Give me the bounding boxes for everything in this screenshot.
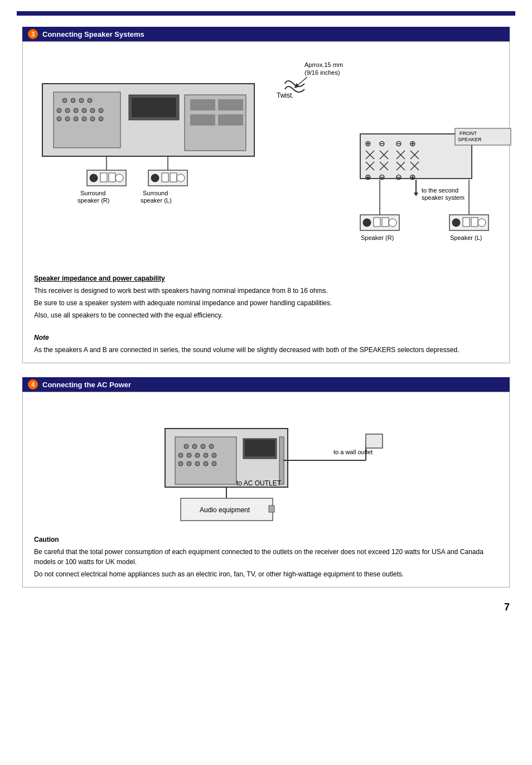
svg-point-14 xyxy=(74,117,78,121)
svg-text:to AC OUTLET: to AC OUTLET xyxy=(236,479,282,487)
section4-content: to a wall outlet to AC OUTLET Audio equi… xyxy=(22,392,510,588)
svg-text:FRONT: FRONT xyxy=(460,131,477,136)
svg-rect-83 xyxy=(471,218,478,227)
impedance-title: Speaker impedance and power capability xyxy=(34,275,165,282)
svg-text:speaker system: speaker system xyxy=(422,194,465,201)
svg-rect-77 xyxy=(382,218,389,227)
svg-point-94 xyxy=(192,444,197,449)
svg-text:⊖: ⊖ xyxy=(395,139,402,148)
section3-header: 3 Connecting Speaker Systems xyxy=(22,27,510,41)
section4-number: 4 xyxy=(28,379,38,389)
svg-rect-82 xyxy=(463,218,470,227)
svg-marker-70 xyxy=(414,193,418,196)
svg-point-8 xyxy=(74,108,78,113)
speaker-diagram-svg: Surround speaker (R) Surround speaker (L… xyxy=(31,50,522,273)
section3-content: Surround speaker (R) Surround speaker (L… xyxy=(22,41,510,363)
caution-text1: Be careful that the total power consumpt… xyxy=(34,547,498,567)
svg-point-13 xyxy=(65,117,70,121)
svg-rect-76 xyxy=(374,218,380,227)
svg-point-16 xyxy=(90,117,95,121)
svg-rect-108 xyxy=(245,440,275,456)
impedance-text1: This receiver is designed to work best w… xyxy=(34,286,498,296)
svg-text:Speaker (R): Speaker (R) xyxy=(361,234,394,241)
svg-text:Twist.: Twist. xyxy=(277,92,294,99)
section4-header: 4 Connecting the AC Power xyxy=(22,377,510,392)
section3-number: 3 xyxy=(28,29,38,39)
impedance-section: Speaker impedance and power capability T… xyxy=(31,273,501,355)
svg-point-15 xyxy=(82,117,86,121)
ac-diagram-svg: to a wall outlet to AC OUTLET Audio equi… xyxy=(31,401,522,535)
svg-rect-28 xyxy=(109,173,115,182)
svg-point-11 xyxy=(99,108,103,113)
svg-point-100 xyxy=(204,453,208,458)
svg-point-10 xyxy=(90,108,95,113)
svg-text:Speaker (L): Speaker (L) xyxy=(450,234,482,241)
svg-point-97 xyxy=(178,453,183,458)
svg-rect-118 xyxy=(269,506,274,512)
svg-text:Surround: Surround xyxy=(143,190,168,196)
svg-text:(9/16 inches): (9/16 inches) xyxy=(304,69,340,76)
svg-rect-21 xyxy=(190,99,215,110)
svg-text:speaker (R): speaker (R) xyxy=(78,197,109,204)
svg-text:Surround: Surround xyxy=(80,190,105,196)
svg-point-104 xyxy=(195,461,200,466)
svg-point-36 xyxy=(177,174,185,182)
svg-rect-92 xyxy=(175,437,236,484)
svg-text:⊕: ⊕ xyxy=(409,172,416,181)
svg-rect-23 xyxy=(190,114,215,126)
svg-rect-27 xyxy=(100,173,107,182)
svg-text:⊖: ⊖ xyxy=(395,172,402,181)
svg-text:⊕: ⊕ xyxy=(365,172,371,181)
impedance-text2: Be sure to use a speaker system with ade… xyxy=(34,298,498,308)
svg-point-103 xyxy=(187,461,191,466)
section4-wrapper: 4 Connecting the AC Power xyxy=(22,377,510,588)
svg-point-75 xyxy=(363,219,371,227)
top-bar xyxy=(17,11,515,16)
svg-text:Audio equipment: Audio equipment xyxy=(200,506,250,514)
svg-point-84 xyxy=(478,219,486,227)
svg-point-7 xyxy=(65,108,70,113)
impedance-text3: Also, use all speakers to be connected w… xyxy=(34,310,498,320)
svg-text:Aprrox.15 mm: Aprrox.15 mm xyxy=(304,61,343,68)
svg-text:to the second: to the second xyxy=(422,187,458,194)
section3-wrapper: 3 Connecting Speaker Systems xyxy=(22,27,510,363)
svg-point-99 xyxy=(195,453,200,458)
svg-point-17 xyxy=(99,117,103,121)
svg-point-102 xyxy=(178,461,183,466)
svg-rect-34 xyxy=(162,173,168,182)
svg-point-12 xyxy=(57,117,61,121)
svg-point-98 xyxy=(187,453,191,458)
svg-point-2 xyxy=(62,98,67,103)
svg-text:⊖: ⊖ xyxy=(379,139,385,148)
svg-text:⊕: ⊕ xyxy=(409,139,416,148)
svg-text:⊕: ⊕ xyxy=(365,139,371,148)
svg-rect-35 xyxy=(170,173,177,182)
svg-text:SPEAKER: SPEAKER xyxy=(458,137,482,142)
svg-rect-109 xyxy=(279,437,284,484)
caution-label: Caution xyxy=(34,536,59,543)
caution-section: Caution Be careful that the total power … xyxy=(31,535,501,579)
svg-text:to a wall outlet: to a wall outlet xyxy=(333,449,373,455)
note-label: Note xyxy=(34,334,49,341)
section3-title: Connecting Speaker Systems xyxy=(42,30,144,39)
svg-point-105 xyxy=(204,461,208,466)
svg-point-4 xyxy=(79,98,84,103)
svg-point-3 xyxy=(71,98,75,103)
note-text: As the speakers A and B are connected in… xyxy=(34,345,498,355)
svg-point-101 xyxy=(212,453,216,458)
svg-text:speaker (L): speaker (L) xyxy=(141,197,172,204)
svg-point-9 xyxy=(82,108,86,113)
svg-point-93 xyxy=(184,444,188,449)
svg-point-95 xyxy=(201,444,205,449)
svg-rect-112 xyxy=(366,434,383,448)
svg-point-5 xyxy=(88,98,92,103)
svg-rect-22 xyxy=(218,99,243,110)
svg-rect-19 xyxy=(132,98,176,117)
svg-point-26 xyxy=(90,174,98,182)
svg-point-33 xyxy=(151,174,159,182)
svg-point-81 xyxy=(452,219,460,227)
svg-point-96 xyxy=(209,444,214,449)
svg-rect-24 xyxy=(218,114,243,126)
svg-point-106 xyxy=(212,461,216,466)
caution-text2: Do not connect electrical home appliance… xyxy=(34,569,498,579)
